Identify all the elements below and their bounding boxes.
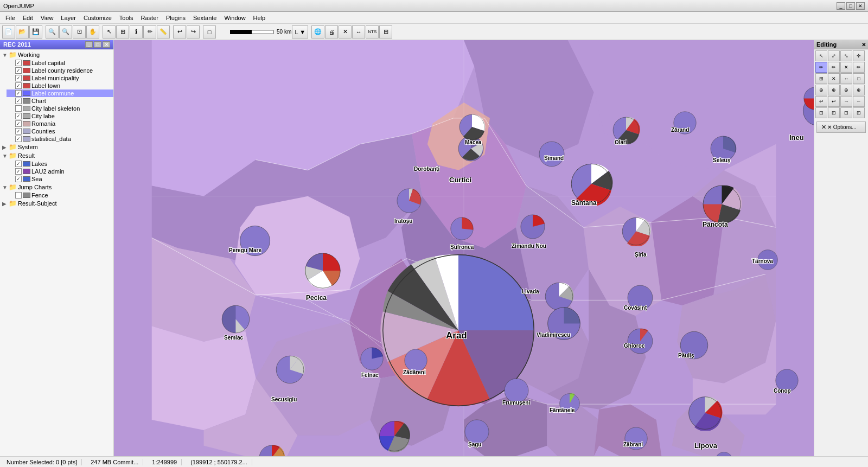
toolbar-extra[interactable]: ⊞ bbox=[379, 25, 392, 39]
map-area[interactable]: Curtici Arad Pecica Sântana Pâncota Ineu… bbox=[114, 40, 814, 456]
layer-label-town[interactable]: Label town bbox=[7, 82, 113, 89]
menu-raster[interactable]: Raster bbox=[138, 14, 162, 22]
edit-move[interactable]: ✛ bbox=[853, 50, 865, 61]
toolbar-undo[interactable]: ↩ bbox=[173, 25, 186, 39]
toolbar-pan[interactable]: ✋ bbox=[86, 25, 99, 39]
edit-remove[interactable]: ✕ bbox=[828, 73, 840, 84]
system-group[interactable]: ▶ 📁 System bbox=[0, 143, 113, 151]
rec-minimize[interactable]: _ bbox=[85, 41, 93, 48]
edit-right[interactable]: → bbox=[840, 96, 852, 107]
toolbar-edit2[interactable]: ✕ bbox=[339, 25, 352, 39]
close-button[interactable]: ✕ bbox=[856, 2, 865, 10]
editing-close-btn[interactable]: ✕ bbox=[861, 42, 866, 48]
edit-expand[interactable]: ⤢ bbox=[828, 50, 840, 61]
toolbar-save[interactable]: 💾 bbox=[29, 25, 42, 39]
toolbar-move[interactable]: ↔ bbox=[352, 25, 365, 39]
layer-fence[interactable]: Fence bbox=[7, 191, 113, 199]
label-municipality-checkbox[interactable] bbox=[15, 75, 22, 81]
toolbar-zoom-fit[interactable]: ⊡ bbox=[73, 25, 86, 39]
romania-checkbox[interactable] bbox=[15, 120, 22, 127]
edit-arrow[interactable]: ↖ bbox=[815, 50, 827, 61]
layer-sea[interactable]: Sea bbox=[7, 175, 113, 183]
layer-label-commune[interactable]: Label commune bbox=[7, 89, 113, 97]
menu-help[interactable]: Help bbox=[250, 14, 269, 22]
working-group[interactable]: ▼ 📁 Working bbox=[0, 50, 113, 59]
label-town-checkbox[interactable] bbox=[15, 82, 22, 89]
minimize-button[interactable]: _ bbox=[837, 2, 845, 10]
edit-rect[interactable]: □ bbox=[853, 73, 865, 84]
menu-sextante[interactable]: Sextante bbox=[190, 14, 220, 22]
lau2-checkbox[interactable] bbox=[15, 168, 22, 175]
city-labe-checkbox[interactable] bbox=[15, 113, 22, 119]
fence-checkbox[interactable] bbox=[15, 192, 22, 199]
edit-grid3[interactable]: ⊡ bbox=[840, 107, 852, 118]
toolbar-select[interactable]: ↖ bbox=[103, 25, 116, 39]
label-commune-checkbox[interactable] bbox=[15, 90, 22, 97]
edit-contract[interactable]: ⤡ bbox=[840, 50, 852, 61]
toolbar-info[interactable]: ℹ bbox=[130, 25, 143, 39]
layer-city-labe[interactable]: City labe bbox=[7, 112, 113, 120]
layer-lau2[interactable]: LAU2 admin bbox=[7, 168, 113, 175]
edit-pencil[interactable]: ✏ bbox=[853, 62, 865, 73]
result-group[interactable]: ▼ 📁 Result bbox=[0, 151, 113, 160]
layer-chart[interactable]: Chart bbox=[7, 97, 113, 105]
sea-checkbox[interactable] bbox=[15, 176, 22, 182]
edit-plus3[interactable]: ⊕ bbox=[840, 85, 852, 95]
layer-label-county[interactable]: Label county residence bbox=[7, 67, 113, 74]
toolbar-print[interactable]: 🖨 bbox=[325, 25, 338, 39]
maximize-button[interactable]: □ bbox=[846, 2, 855, 10]
toolbar-redo[interactable]: ↪ bbox=[187, 25, 200, 39]
menu-customize[interactable]: Customize bbox=[80, 14, 115, 22]
toolbar-globe[interactable]: 🌐 bbox=[311, 25, 324, 39]
menu-edit[interactable]: Edit bbox=[20, 14, 36, 22]
lakes-checkbox[interactable] bbox=[15, 161, 22, 167]
edit-draw[interactable]: ✏ bbox=[815, 62, 827, 73]
jump-charts-group[interactable]: ▼ 📁 Jump Charts bbox=[0, 183, 113, 191]
edit-grid1[interactable]: ⊡ bbox=[815, 107, 827, 118]
edit-plus4[interactable]: ⊕ bbox=[853, 85, 865, 95]
toolbar-measure[interactable]: 📏 bbox=[157, 25, 170, 39]
toolbar-zoom-out[interactable]: 🔍 bbox=[59, 25, 72, 39]
toolbar-edit[interactable]: ✏ bbox=[143, 25, 156, 39]
menu-file[interactable]: File bbox=[2, 14, 18, 22]
label-county-checkbox[interactable] bbox=[15, 67, 22, 74]
rec-maximize[interactable]: □ bbox=[94, 41, 101, 48]
menu-tools[interactable]: Tools bbox=[116, 14, 137, 22]
edit-grid4[interactable]: ⊡ bbox=[853, 107, 865, 118]
toolbar-new[interactable]: 📄 bbox=[2, 25, 15, 39]
edit-delete[interactable]: ✕ bbox=[840, 62, 852, 73]
counties-checkbox[interactable] bbox=[15, 128, 22, 135]
chart-checkbox[interactable] bbox=[15, 98, 22, 104]
city-skeleton-checkbox[interactable] bbox=[15, 105, 22, 112]
edit-plus1[interactable]: ⊕ bbox=[815, 85, 827, 95]
rec-close[interactable]: ✕ bbox=[103, 41, 110, 48]
edit-draw2[interactable]: ✏ bbox=[828, 62, 840, 73]
edit-plus2[interactable]: ⊕ bbox=[828, 85, 840, 95]
toolbar-open[interactable]: 📂 bbox=[16, 25, 29, 39]
statistical-checkbox[interactable] bbox=[15, 136, 22, 142]
menu-plugins[interactable]: Plugins bbox=[163, 14, 189, 22]
edit-grid2[interactable]: ⊡ bbox=[828, 107, 840, 118]
edit-undo2[interactable]: ↩ bbox=[828, 96, 840, 107]
toolbar-select2[interactable]: ⊞ bbox=[116, 25, 129, 39]
toolbar-zoom-in[interactable]: 🔍 bbox=[46, 25, 59, 39]
toolbar-scale-btn[interactable]: L ▼ bbox=[292, 25, 308, 39]
layer-romania[interactable]: Romania bbox=[7, 120, 113, 127]
layer-statistical[interactable]: statistical_data bbox=[7, 135, 113, 143]
layer-lakes[interactable]: Lakes bbox=[7, 160, 113, 168]
layer-city-skeleton[interactable]: City label skeleton bbox=[7, 105, 113, 112]
toolbar-full[interactable]: □ bbox=[203, 25, 216, 39]
layer-label-capital[interactable]: Label capital bbox=[7, 59, 113, 67]
label-capital-checkbox[interactable] bbox=[15, 60, 22, 66]
menu-window[interactable]: Window bbox=[221, 14, 248, 22]
menu-view[interactable]: View bbox=[37, 14, 57, 22]
edit-undo1[interactable]: ↩ bbox=[815, 96, 827, 107]
edit-left[interactable]: ← bbox=[853, 96, 865, 107]
options-button[interactable]: ✕ ✕ Options... bbox=[816, 121, 866, 133]
result-subject-group[interactable]: ▶ 📁 Result-Subject bbox=[0, 199, 113, 208]
toolbar-nts[interactable]: NTS bbox=[366, 25, 379, 39]
layer-label-municipality[interactable]: Label municipality bbox=[7, 74, 113, 82]
layer-counties[interactable]: Counties bbox=[7, 127, 113, 135]
edit-add[interactable]: ⊞ bbox=[815, 73, 827, 84]
menu-layer[interactable]: Layer bbox=[58, 14, 79, 22]
